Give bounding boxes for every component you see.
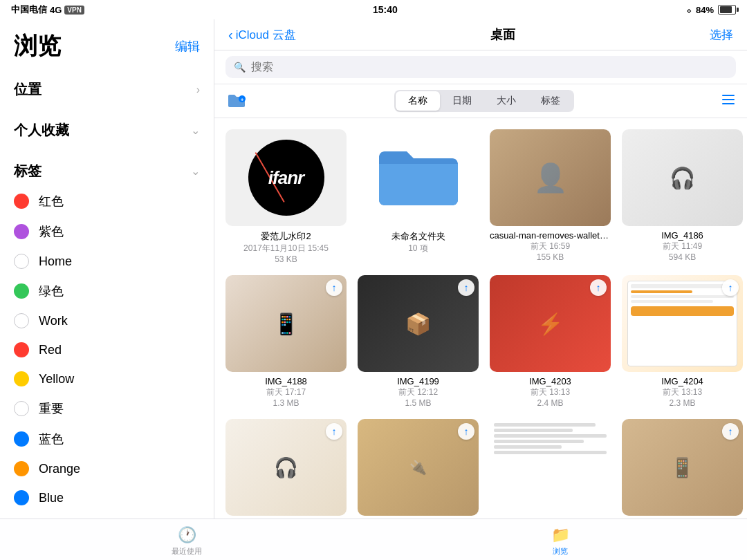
file-item-4234[interactable]: IMG_4234 前天 17:36: [490, 419, 611, 519]
sidebar-tags-title: 标签: [14, 162, 42, 180]
tab-browse[interactable]: 📁 浏览: [374, 525, 747, 557]
sidebar-item-red-en[interactable]: Red: [0, 335, 214, 364]
sidebar-item-blue-en[interactable]: Blue: [0, 483, 214, 512]
battery-fill: [720, 6, 732, 13]
tab-browse-icon: 📁: [551, 526, 570, 544]
sidebar-tag-yellow-label: Yellow: [39, 372, 74, 386]
yellow-tag-icon: [14, 371, 29, 386]
battery-label: 84%: [696, 5, 714, 15]
battery-icon: [718, 5, 736, 15]
sidebar-header: 浏览 编辑: [0, 19, 214, 69]
purple-tag-icon: [14, 224, 29, 239]
new-folder-button[interactable]: +: [225, 90, 248, 112]
file-meta-4199-date: 前天 12:12: [398, 386, 438, 398]
vpn-label: VPN: [64, 6, 84, 15]
sidebar-tag-important-label: 重要: [39, 400, 64, 417]
sidebar-tag-blue-en-label: Blue: [39, 491, 64, 505]
sidebar-item-purple[interactable]: 紫色: [0, 216, 214, 247]
network-label: 4G: [50, 5, 62, 15]
sidebar-tag-work-label: Work: [39, 314, 68, 328]
sidebar-tag-blue-cn-label: 蓝色: [39, 431, 64, 447]
file-item-ifanr[interactable]: ifanr 爱范儿水印2 2017年11月10日 15:45 53 KB: [225, 129, 347, 264]
sidebar-tag-green-label: 绿色: [39, 283, 64, 299]
sidebar-location-title: 位置: [14, 80, 42, 99]
sidebar-section-location[interactable]: 位置 ›: [0, 69, 214, 104]
file-name-4204: IMG_4204: [661, 376, 703, 386]
red-en-tag-icon: [14, 342, 29, 357]
sort-tab-name[interactable]: 名称: [396, 91, 440, 111]
content-area: ‹ iCloud 云盘 桌面 选择 🔍 +: [214, 19, 747, 519]
file-meta-4204-date: 前天 13:13: [663, 386, 702, 398]
file-item-folder[interactable]: 未命名文件夹 10 项: [358, 129, 479, 264]
sidebar-item-green[interactable]: 绿色: [0, 276, 214, 306]
file-name-ifanr: 爱范儿水印2: [261, 230, 311, 243]
file-item-4208[interactable]: ↑ 🎧 IMG_4208 前天 13:14: [225, 419, 347, 519]
upload-badge-4203: ↑: [590, 279, 607, 296]
location-chevron-icon: ›: [196, 84, 200, 96]
upload-badge-4199: ↑: [458, 279, 474, 296]
file-thumb-folder: [358, 129, 479, 226]
sidebar-item-orange[interactable]: Orange: [0, 454, 214, 483]
red-tag-icon: [14, 194, 29, 209]
nav-select-button[interactable]: 选择: [710, 27, 733, 43]
home-tag-icon: [14, 254, 29, 269]
status-right: ⬦ 84%: [686, 5, 736, 15]
file-item-4204[interactable]: ↑ IMG_4204 前天 13:13 2.3 MB: [622, 275, 743, 408]
sidebar-item-home[interactable]: Home: [0, 247, 214, 276]
sidebar-section-favorites[interactable]: 个人收藏 ⌄: [0, 110, 214, 145]
file-meta-folder: 10 项: [408, 243, 428, 254]
file-thumb-4186: 🎧: [622, 129, 743, 226]
sort-tab-tag[interactable]: 标签: [528, 91, 573, 111]
green-tag-icon: [14, 283, 29, 299]
status-left: 中国电信 4G VPN: [11, 3, 84, 16]
sidebar-edit-button[interactable]: 编辑: [175, 38, 200, 55]
sort-tabs: 名称 日期 大小 标签: [394, 90, 574, 112]
favorites-chevron-icon: ⌄: [191, 124, 200, 137]
file-meta-4203-date: 前天 13:13: [531, 386, 570, 398]
file-name-4188: IMG_4188: [265, 376, 307, 386]
sort-tab-date[interactable]: 日期: [440, 91, 484, 111]
search-input[interactable]: [251, 61, 728, 73]
file-item-4223[interactable]: ↑ 🔌 IMG_4223 前天 17:17: [358, 419, 479, 519]
file-thumb-4223: ↑ 🔌: [358, 419, 479, 516]
sort-tab-size[interactable]: 大小: [484, 91, 528, 111]
file-item-4199[interactable]: ↑ 📦 IMG_4199 前天 12:12 1.5 MB: [358, 275, 479, 408]
nav-back-button[interactable]: ‹ iCloud 云盘: [228, 27, 296, 43]
file-meta-4186-size: 594 KB: [669, 252, 696, 262]
sidebar-item-gray[interactable]: 灰色: [0, 512, 214, 519]
sidebar-tag-purple-label: 紫色: [39, 223, 64, 240]
upload-badge-4240: ↑: [722, 423, 739, 440]
sidebar-item-yellow[interactable]: Yellow: [0, 364, 214, 393]
toolbar-left: +: [225, 90, 248, 112]
sidebar-item-important[interactable]: 重要: [0, 393, 214, 424]
file-item-4203[interactable]: ↑ ⚡ IMG_4203 前天 13:13 2.4 MB: [490, 275, 611, 408]
sidebar-tag-red-label: 红色: [39, 193, 64, 209]
file-thumb-ifanr: ifanr: [225, 129, 347, 226]
file-thumb-4188: ↑ 📱: [225, 275, 347, 372]
file-meta-casual-man-size: 155 KB: [537, 252, 564, 262]
tab-recent-icon: 🕐: [178, 526, 196, 544]
sidebar-tag-orange-label: Orange: [39, 462, 80, 476]
sidebar-item-red[interactable]: 红色: [0, 186, 214, 216]
file-item-4188[interactable]: ↑ 📱 IMG_4188 前天 17:17 1.3 MB: [225, 275, 347, 408]
file-item-casual-man[interactable]: 👤 casual-man-removes-wallet-with-...l08_…: [490, 129, 611, 264]
sidebar-item-work[interactable]: Work: [0, 306, 214, 335]
carrier-label: 中国电信: [11, 3, 47, 16]
sidebar-section-tags[interactable]: 标签 ⌄: [0, 151, 214, 186]
orange-tag-icon: [14, 461, 29, 476]
important-tag-icon: [14, 401, 29, 416]
tab-recent[interactable]: 🕐 最近使用: [0, 525, 374, 557]
search-bar: 🔍: [214, 50, 747, 84]
sidebar-item-blue-cn[interactable]: 蓝色: [0, 424, 214, 454]
nav-bar: ‹ iCloud 云盘 桌面 选择: [214, 19, 747, 50]
file-meta-4203-size: 2.4 MB: [537, 398, 563, 408]
file-thumb-casual-man: 👤: [490, 129, 611, 226]
file-thumb-4199: ↑ 📦: [358, 275, 479, 372]
work-tag-icon: [14, 313, 29, 328]
main-container: 浏览 编辑 位置 › 个人收藏 ⌄ 标签 ⌄ 红色 紫色: [0, 19, 747, 519]
list-toggle-button[interactable]: [721, 92, 736, 111]
file-item-4186[interactable]: 🎧 IMG_4186 前天 11:49 594 KB: [622, 129, 743, 264]
blue-cn-tag-icon: [14, 431, 29, 447]
file-name-casual-man: casual-man-removes-wallet-with-...l08_me…: [490, 230, 611, 241]
file-item-4240[interactable]: ↑ 📱 IMG_4240 前天 17:17: [622, 419, 743, 519]
